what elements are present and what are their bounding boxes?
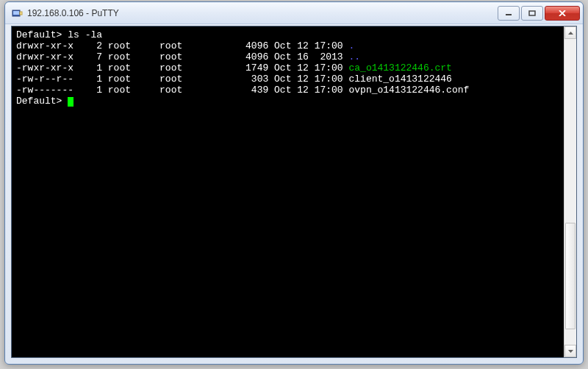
file-name: ovpn_o1413122446.conf (348, 85, 469, 96)
ls-row: -rw-r--r-- 1 root root 303 Oct 12 17:00 … (16, 74, 559, 85)
close-button[interactable] (545, 6, 580, 21)
titlebar[interactable]: 192.168.0.106 - PuTTY (5, 2, 583, 24)
scroll-down-button[interactable] (564, 345, 576, 357)
file-name: ca_o1413122446.crt (348, 62, 451, 74)
ls-row: drwxr-xr-x 7 root root 4096 Oct 16 2013 … (16, 51, 559, 62)
svg-rect-2 (20, 12, 22, 15)
file-name: . (348, 40, 354, 51)
window-title: 192.168.0.106 - PuTTY (27, 8, 496, 18)
prompt-line: Default> (16, 96, 559, 107)
svg-rect-1 (13, 11, 19, 15)
ls-row: drwxr-xr-x 2 root root 4096 Oct 12 17:00… (16, 40, 559, 51)
scroll-up-button[interactable] (564, 26, 576, 39)
file-name: client_o1413122446 (348, 74, 451, 85)
ls-row: -rwxr-xr-x 1 root root 1749 Oct 12 17:00… (16, 62, 559, 74)
putty-icon (11, 7, 23, 19)
prompt-line: Default> ls -la (16, 29, 559, 40)
putty-window: 192.168.0.106 - PuTTY Default> ls -ladrw… (4, 1, 584, 365)
ls-row: -rw------- 1 root root 439 Oct 12 17:00 … (16, 85, 559, 96)
terminal[interactable]: Default> ls -ladrwxr-xr-x 2 root root 40… (12, 26, 564, 357)
scroll-thumb[interactable] (565, 223, 576, 330)
terminal-container: Default> ls -ladrwxr-xr-x 2 root root 40… (11, 26, 577, 358)
scroll-track[interactable] (564, 39, 576, 345)
scrollbar (564, 26, 576, 357)
svg-rect-4 (529, 11, 535, 15)
file-name: .. (348, 51, 360, 62)
maximize-button[interactable] (521, 6, 543, 21)
window-controls (496, 6, 580, 21)
cursor (68, 97, 74, 107)
minimize-button[interactable] (498, 6, 520, 21)
svg-rect-3 (506, 14, 512, 15)
